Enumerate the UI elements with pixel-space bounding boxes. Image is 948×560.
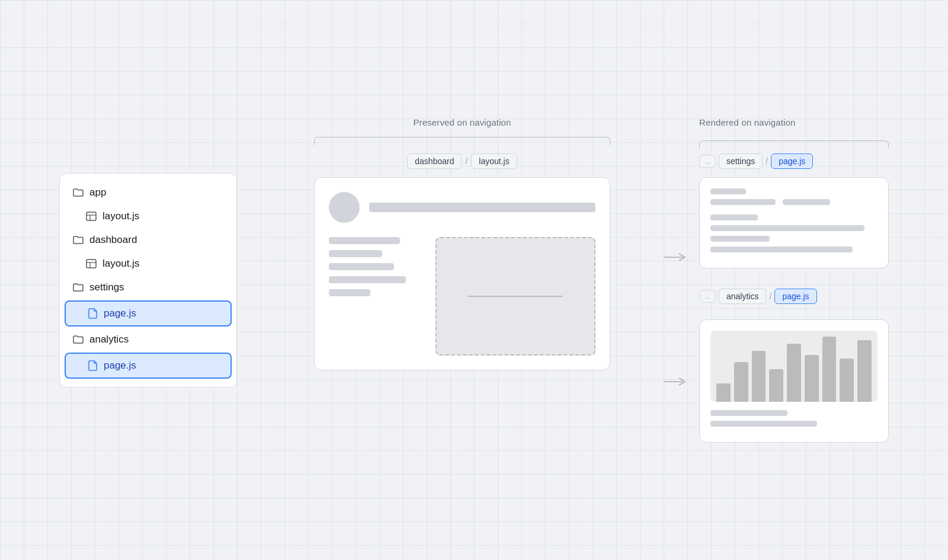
bc-sep-3: / — [769, 292, 771, 301]
bar-chart-bar — [787, 344, 801, 402]
bar-chart-bar — [840, 359, 854, 402]
bc-settings[interactable]: settings — [719, 153, 763, 169]
main-container: app layout.js dashboard layout.js settin — [59, 117, 889, 443]
folder-icon-settings — [73, 282, 84, 293]
tree-item-page-js-2[interactable]: page.js — [65, 353, 232, 379]
bc-rp-line-2 — [710, 421, 817, 427]
arrow-up — [664, 251, 687, 263]
rendered-bracket — [699, 140, 889, 149]
tree-item-page-js-1[interactable]: page.js — [65, 300, 232, 327]
bc-sep-2: / — [766, 156, 768, 166]
rp-line-4 — [710, 215, 758, 220]
preview-header — [329, 192, 595, 223]
rp-line-5 — [710, 225, 864, 231]
tree-item-layout-1[interactable]: layout.js — [60, 204, 236, 228]
right-panels: ... analytics / page.js — [699, 177, 889, 443]
preview-placeholder-line — [468, 296, 563, 297]
tree-item-analytics[interactable]: analytics — [60, 328, 236, 351]
folder-icon-analytics — [73, 334, 84, 345]
layout-icon-1 — [86, 211, 97, 222]
folder-icon — [73, 187, 84, 198]
tree-item-layout-2[interactable]: layout.js — [60, 252, 236, 276]
rp-line-1 — [710, 188, 746, 194]
bar-chart — [710, 331, 877, 402]
preview-avatar — [329, 192, 360, 223]
tree-item-dashboard[interactable]: dashboard — [60, 228, 236, 252]
tree-item-settings[interactable]: settings — [60, 276, 236, 299]
arrow-down — [664, 376, 687, 388]
preserved-bracket — [314, 137, 610, 145]
tree-item-analytics-label: analytics — [89, 334, 129, 345]
svg-rect-0 — [87, 212, 96, 220]
rp-line-3 — [783, 199, 830, 205]
preview-header-line — [369, 203, 595, 212]
bc-ellipsis-1[interactable]: ... — [699, 155, 716, 168]
rp-line-7 — [710, 247, 853, 252]
tree-item-settings-label: settings — [89, 281, 124, 293]
tree-item-page-2-label: page.js — [104, 360, 136, 372]
folder-icon-dashboard — [73, 235, 84, 245]
tree-item-layout-2-label: layout.js — [103, 258, 139, 270]
preview-line-5 — [329, 289, 370, 296]
bc-row-2: ... analytics / page.js — [699, 289, 889, 304]
preview-placeholder — [435, 237, 595, 356]
file-icon-page-1 — [87, 308, 98, 319]
tree-item-layout-1-label: layout.js — [103, 210, 139, 222]
bc-rp-line-1 — [710, 410, 787, 416]
preview-line-3 — [329, 263, 394, 270]
preview-line-1 — [329, 237, 400, 244]
tree-item-app-label: app — [89, 187, 106, 199]
layout-icon-2 — [86, 258, 97, 269]
bc-layout[interactable]: layout.js — [471, 153, 517, 169]
bc-analytics[interactable]: analytics — [719, 289, 766, 304]
bar-chart-bar — [769, 369, 783, 402]
preview-lines — [329, 237, 424, 356]
bar-chart-bar — [752, 351, 766, 402]
rendered-label: Rendered on navigation — [699, 117, 796, 127]
svg-rect-3 — [87, 260, 96, 268]
preview-line-2 — [329, 250, 382, 257]
rp-line-6 — [710, 236, 770, 242]
bar-chart-bar — [734, 362, 748, 402]
preserved-label: Preserved on navigation — [413, 117, 511, 127]
bc-sep-1: / — [465, 156, 467, 166]
tree-item-app[interactable]: app — [60, 181, 236, 204]
bc-dashboard[interactable]: dashboard — [407, 153, 462, 169]
tree-item-page-1-label: page.js — [104, 308, 136, 319]
bar-chart-bar — [716, 383, 731, 402]
bc-page-js-1[interactable]: page.js — [771, 153, 813, 169]
preview-line-4 — [329, 276, 406, 283]
file-tree-panel: app layout.js dashboard layout.js settin — [59, 173, 237, 388]
file-icon-page-2 — [87, 360, 98, 371]
preview-content — [329, 237, 595, 356]
bc-ellipsis-2[interactable]: ... — [699, 290, 716, 303]
right-card-analytics — [699, 319, 889, 443]
preview-card — [314, 177, 610, 370]
rp-line-2 — [710, 199, 776, 205]
bc-page-js-2[interactable]: page.js — [774, 289, 816, 304]
bar-chart-bar — [805, 355, 819, 402]
bar-chart-bar — [857, 340, 872, 402]
tree-item-dashboard-label: dashboard — [89, 234, 137, 246]
bar-chart-bar — [822, 337, 837, 402]
right-card-settings — [699, 177, 889, 268]
